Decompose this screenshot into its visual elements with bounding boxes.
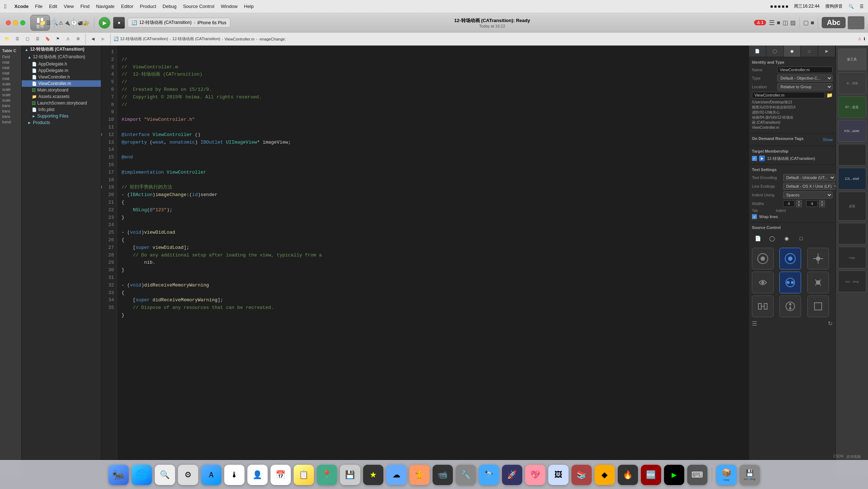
- breadcrumb-project[interactable]: 12-转场动画 (CATransition): [120, 36, 168, 42]
- dock-cat[interactable]: 🐈: [409, 465, 430, 485]
- rpt-file[interactable]: 📄: [749, 46, 766, 57]
- tree-appdelegatem[interactable]: 📄 AppDelegate.m: [22, 67, 101, 74]
- dock-disk[interactable]: 💾: [340, 465, 360, 485]
- apple-menu[interactable]: : [4, 3, 7, 10]
- search-toolbar-icon[interactable]: 🔍: [52, 20, 58, 26]
- scheme-selector[interactable]: 🔄 12-转场动画 (CATransition) › iPhone 6s Plu…: [128, 18, 230, 27]
- forward-icon[interactable]: ▶: [85, 19, 90, 26]
- show-link[interactable]: Show: [822, 137, 833, 142]
- thumb-4[interactable]: KSI...aster: [838, 120, 866, 142]
- dock-sketch[interactable]: ◆: [595, 465, 615, 485]
- dock-safari[interactable]: 🌐: [132, 465, 152, 485]
- tree-supporting[interactable]: ► Supporting Files: [22, 113, 101, 119]
- tree-assets[interactable]: 📁 Assets.xcassets: [22, 93, 101, 100]
- dock-notes[interactable]: 📋: [294, 465, 314, 485]
- nav-error-icon[interactable]: ⚠: [858, 37, 861, 41]
- nav-grid-icon[interactable]: ▢: [23, 35, 32, 43]
- tm-checkbox[interactable]: ✓: [752, 156, 757, 161]
- location-select[interactable]: Relative to Group: [777, 83, 833, 90]
- menu-find[interactable]: Find: [80, 4, 89, 9]
- nav-info-icon[interactable]: ℹ: [864, 37, 865, 41]
- encoding-select[interactable]: Default - Unicode (UT...: [783, 174, 835, 181]
- dock-fire[interactable]: 🔥: [618, 465, 638, 485]
- tc-item-9[interactable]: trans: [0, 109, 21, 114]
- menu-view[interactable]: View: [64, 4, 74, 9]
- menu-product[interactable]: Product: [140, 4, 156, 9]
- thumb-7[interactable]: 桌面: [838, 192, 866, 221]
- dock-dmg[interactable]: 💾 xco....dmg: [740, 465, 760, 485]
- stop-button[interactable]: ■: [113, 17, 125, 29]
- inspector-icon2[interactable]: ■: [811, 20, 814, 26]
- editor-icon2[interactable]: ■: [777, 20, 780, 26]
- sc-icon-filled[interactable]: ◉: [781, 233, 792, 244]
- rpt-help[interactable]: □: [801, 46, 818, 57]
- tree-products[interactable]: ► Products: [22, 119, 101, 126]
- nav-list-icon[interactable]: ☰: [13, 35, 22, 43]
- tree-viewcontrollerh[interactable]: 📄 ViewController.h: [22, 74, 101, 80]
- dock-cloud[interactable]: ☁: [386, 465, 407, 485]
- nav-fwd-icon[interactable]: ▶: [99, 35, 107, 43]
- dock-rocket[interactable]: 🚀: [502, 465, 522, 485]
- inspector-icon1[interactable]: ▢: [803, 19, 809, 26]
- dock-appstore[interactable]: Ａ: [201, 465, 221, 485]
- close-button[interactable]: [6, 20, 11, 25]
- thumb-6[interactable]: ZJL...etail: [838, 168, 866, 190]
- tc-item-6[interactable]: scale: [0, 92, 21, 98]
- thumb-5[interactable]: [838, 144, 866, 166]
- dock-calendar[interactable]: 📅: [271, 465, 291, 485]
- rpt-quick[interactable]: ◯: [766, 46, 784, 57]
- sc-icon-file[interactable]: 📄: [752, 233, 763, 244]
- dock-tv[interactable]: 📹: [433, 465, 453, 485]
- sc-grid-9[interactable]: [807, 295, 829, 317]
- abc-button[interactable]: Abc: [822, 17, 846, 28]
- folder-icon[interactable]: 📁: [39, 20, 46, 26]
- indent-down-btn[interactable]: ▼: [819, 204, 825, 207]
- menu-navigate[interactable]: Navigate: [96, 4, 114, 9]
- tree-infoplist[interactable]: 📄 Info.plist: [22, 106, 101, 113]
- hierarchy-icon[interactable]: ☰: [46, 20, 51, 26]
- breadcrumb-method[interactable]: -imageChange:: [259, 37, 286, 41]
- tree-appdelegateh[interactable]: 📄 AppDelegate.h: [22, 61, 101, 67]
- sc-icon-circle[interactable]: ◯: [766, 233, 778, 244]
- tab-width-input[interactable]: [783, 200, 795, 207]
- dock-terminal[interactable]: ▶: [664, 465, 684, 485]
- dock-photos[interactable]: 🌡: [224, 465, 244, 485]
- tc-item-7[interactable]: scale: [0, 98, 21, 103]
- indent-using-select[interactable]: Spaces: [783, 191, 833, 199]
- menu-help[interactable]: Help: [244, 4, 254, 9]
- tc-item-5[interactable]: scale: [0, 87, 21, 92]
- toolbar-thumb1[interactable]: [848, 16, 864, 29]
- dock-folder-copy[interactable]: 📦 copy: [716, 465, 737, 485]
- dock-photos2[interactable]: 🖼: [548, 465, 569, 485]
- tc-item-10[interactable]: trans: [0, 114, 21, 119]
- code-content[interactable]: // // ViewController.m // 12-转场动画 (CATra…: [117, 46, 749, 467]
- thumb-2[interactable]: 未…视频: [838, 72, 866, 94]
- tc-item-11[interactable]: transl: [0, 119, 21, 125]
- tc-item-8[interactable]: trans: [0, 103, 21, 109]
- sc-bottom-refresh-icon[interactable]: ↻: [828, 320, 833, 327]
- sc-grid-7[interactable]: [752, 295, 774, 317]
- dock-finder[interactable]: 🐜: [109, 465, 129, 485]
- dock-contacts[interactable]: 👤: [247, 465, 268, 485]
- rpt-run[interactable]: ▶: [818, 46, 835, 57]
- tc-item-1[interactable]: rotat: [0, 65, 21, 71]
- menubar-list[interactable]: ☰: [860, 4, 864, 9]
- tree-viewcontrollerm[interactable]: 📄 ViewController.m: [22, 80, 101, 87]
- thumb-copy[interactable]: copy: [838, 247, 866, 268]
- minimize-button[interactable]: [13, 20, 18, 25]
- sc-bottom-grid-icon[interactable]: ☰: [752, 320, 757, 327]
- dock-star[interactable]: ★: [363, 465, 383, 485]
- rpt-identity[interactable]: ◉: [784, 46, 801, 57]
- menu-file[interactable]: File: [35, 4, 43, 9]
- nav-hierarchy2-icon[interactable]: ☰: [33, 35, 42, 43]
- tree-mainstoryboard[interactable]: 🖼 Main.storyboard: [22, 87, 101, 93]
- indent-width-input[interactable]: [806, 200, 818, 207]
- editor-area[interactable]: 1 2 3 4 5 6 7 8 9 10 11 12 13 14 15 16: [101, 46, 749, 476]
- thumb-1[interactable]: 发工具: [838, 48, 866, 70]
- dock-maps[interactable]: 📍: [317, 465, 337, 485]
- menu-editor[interactable]: Editor: [121, 4, 133, 9]
- thumb-3[interactable]: 07…业业: [838, 96, 866, 118]
- dock-search[interactable]: 🔍: [155, 465, 175, 485]
- type-select[interactable]: Default - Objective-C...: [777, 75, 833, 82]
- back-icon[interactable]: ◀: [78, 19, 82, 26]
